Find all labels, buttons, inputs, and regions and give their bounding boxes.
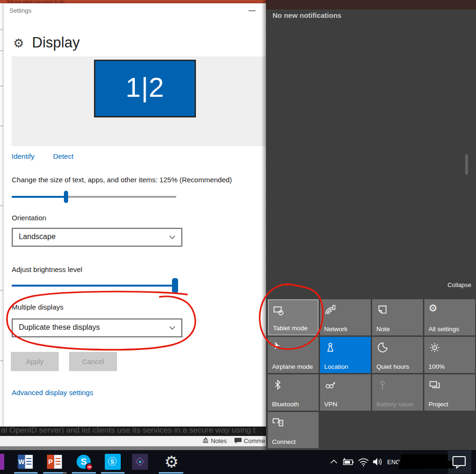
quiet-hours-icon [376, 342, 389, 354]
quick-action-tablet-mode[interactable]: Tablet mode [268, 299, 319, 335]
battery-saver-icon [376, 379, 389, 391]
powerpoint-statusbar: Notes Comme [0, 436, 282, 446]
quick-action-all-settings[interactable]: ⚙ All settings [424, 299, 475, 335]
chevron-down-icon [169, 235, 175, 239]
minimize-button[interactable] [244, 5, 260, 16]
quick-action-vpn[interactable]: VPN [320, 374, 371, 411]
quick-action-bluetooth[interactable]: Bluetooth [268, 374, 319, 411]
apply-button[interactable]: Apply [11, 352, 59, 371]
screen: Tell me what you want to do al OpenID se… [0, 0, 476, 474]
window-title: Settings [9, 7, 31, 14]
collapse-button[interactable]: Collapse [447, 281, 471, 288]
quick-action-project[interactable]: Project [424, 374, 475, 411]
wifi-icon[interactable] [358, 457, 369, 466]
identify-link[interactable]: Identify [12, 152, 34, 160]
orientation-dropdown[interactable]: Landscape [12, 228, 182, 247]
brightness-slider-fill [12, 285, 176, 287]
all-settings-icon: ⚙ [429, 302, 437, 314]
comments-button[interactable]: Comme [234, 437, 265, 444]
notes-icon [202, 437, 209, 444]
panel-scrollbar-thumb[interactable] [465, 154, 468, 175]
orientation-label: Orientation [12, 214, 46, 222]
volume-icon[interactable] [372, 457, 384, 466]
brightness-slider[interactable] [12, 285, 176, 287]
powerpoint-window-edge [0, 446, 282, 450]
vpn-icon [324, 379, 336, 391]
quick-action-airplane-mode[interactable]: ✈ Airplane mode [268, 337, 319, 373]
tray-expand-chevron-icon[interactable] [330, 459, 338, 465]
quick-action-network[interactable]: Network [320, 299, 371, 335]
note-icon [376, 304, 389, 316]
battery-icon[interactable] [342, 458, 354, 466]
quick-action-brightness[interactable]: 100% [424, 337, 475, 373]
detect-link[interactable]: Detect [53, 152, 73, 160]
redacted-clock [398, 461, 454, 469]
chevron-down-icon [169, 326, 175, 330]
cancel-button[interactable]: Cancel [69, 352, 117, 371]
scale-label: Change the size of text, apps, and other… [12, 176, 232, 184]
multiple-displays-label: Multiple displays [12, 303, 63, 311]
comments-icon [234, 437, 242, 444]
scale-slider-fill [12, 196, 66, 198]
brightness-label: Adjust brightness level [12, 265, 82, 273]
taskbar: W P S S ⚙ [0, 450, 476, 474]
background-titlebar [266, 0, 476, 9]
quick-action-battery-saver[interactable]: Battery saver [372, 374, 423, 411]
connect-icon [272, 417, 284, 429]
brightness-slider-thumb[interactable] [172, 278, 178, 293]
notifications-status: No new notifications [273, 11, 342, 19]
minimize-icon [249, 10, 256, 11]
page-title: Display [32, 34, 80, 51]
quick-action-location[interactable]: Location [320, 337, 371, 373]
location-icon [324, 342, 336, 354]
background-document-text: al OpenID server) and let clients use it… [1, 426, 283, 436]
display-gear-icon: ⚙ [13, 37, 24, 49]
advanced-display-settings-link[interactable]: Advanced display settings [12, 389, 93, 396]
background-ribbon: Tell me what you want to do [0, 0, 273, 3]
quick-action-quiet-hours[interactable]: Quiet hours [372, 337, 423, 373]
action-center-panel: No new notifications Collapse Tablet mod… [266, 0, 476, 450]
notes-button[interactable]: Notes [202, 437, 227, 444]
action-center-icon[interactable] [452, 456, 466, 469]
scale-slider[interactable] [12, 196, 176, 198]
project-icon [429, 379, 441, 391]
monitor-thumbnail[interactable]: 1|2 [94, 60, 196, 117]
quick-action-note[interactable]: Note [372, 299, 423, 335]
background-left-edge [0, 3, 4, 427]
tablet-mode-icon [273, 305, 285, 317]
network-icon [324, 304, 336, 316]
airplane-icon: ✈ [272, 340, 281, 352]
scale-slider-thumb[interactable] [64, 191, 68, 203]
multiple-displays-dropdown[interactable]: Duplicate these displays [12, 319, 182, 337]
brightness-icon [429, 342, 441, 354]
quick-action-connect[interactable]: Connect [268, 412, 319, 448]
bluetooth-icon [272, 379, 283, 390]
